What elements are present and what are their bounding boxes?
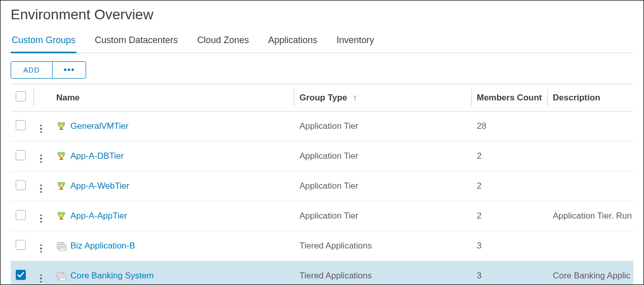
toolbar: ADD ••• [11,61,633,79]
row-actions-menu[interactable] [39,273,43,284]
row-actions-menu[interactable] [39,154,43,164]
group-name-link[interactable]: Biz Application-B [70,241,135,251]
row-checkbox[interactable] [16,240,26,250]
tab-cloud-zones[interactable]: Cloud Zones [196,32,250,53]
members-count-cell: 2 [472,201,548,231]
row-actions-menu[interactable] [39,124,43,134]
row-checkbox[interactable] [16,270,26,280]
more-actions-button[interactable]: ••• [52,62,86,78]
select-all-checkbox[interactable] [16,91,26,101]
table-row: Biz Application-BTiered Applications3 [11,231,633,261]
group-type-cell: Tiered Applications [294,231,472,261]
tabs: Custom Groups Custom Datacenters Cloud Z… [11,32,633,53]
group-type-cell: Application Tier [294,171,472,201]
description-cell [548,141,633,171]
members-count-cell: 28 [472,112,548,141]
row-actions-menu[interactable] [39,243,43,254]
members-count-cell: 3 [472,231,548,261]
application-icon [56,241,66,251]
tab-inventory[interactable]: Inventory [335,32,375,53]
description-cell [548,231,633,261]
table-row: App-A-DBTierApplication Tier2 [11,141,633,171]
table-row: Core Banking SystemTiered Applications3C… [11,261,633,286]
row-actions-menu[interactable] [39,213,43,224]
table-row: App-A-AppTierApplication Tier2Applicatio… [11,201,633,231]
row-checkbox[interactable] [16,120,26,130]
members-count-cell: 2 [472,141,548,171]
tier-icon [56,121,66,131]
group-name-link[interactable]: App-A-WebTier [70,181,129,191]
column-header-members-count[interactable]: Members Count [472,84,548,112]
group-type-cell: Tiered Applications [294,261,472,286]
group-type-cell: Application Tier [294,141,472,171]
description-cell [548,112,633,141]
application-icon [56,271,66,281]
tab-custom-datacenters[interactable]: Custom Datacenters [94,32,179,53]
table-row: GeneralVMTierApplication Tier28 [11,112,633,141]
sort-ascending-icon: ↑ [353,93,357,102]
row-checkbox[interactable] [16,210,26,220]
group-type-cell: Application Tier [294,112,472,141]
group-name-link[interactable]: Core Banking System [70,271,154,281]
members-count-cell: 2 [472,171,548,201]
group-type-cell: Application Tier [294,201,472,231]
tier-icon [56,211,66,221]
group-name-link[interactable]: App-A-AppTier [70,211,127,221]
groups-table: Name Group Type ↑ Members Count Descript… [11,84,633,285]
group-name-link[interactable]: GeneralVMTier [70,121,129,131]
description-cell [548,171,633,201]
row-actions-menu[interactable] [39,184,43,194]
group-name-link[interactable]: App-A-DBTier [70,151,124,161]
tab-custom-groups[interactable]: Custom Groups [11,32,77,53]
members-count-cell: 3 [472,261,548,286]
description-cell: Application Tier. Run [548,201,633,231]
table-row: App-A-WebTierApplication Tier2 [11,171,633,201]
row-checkbox[interactable] [16,180,26,190]
page-title: Environment Overview [11,7,633,23]
column-header-group-type[interactable]: Group Type ↑ [294,84,472,112]
tab-applications[interactable]: Applications [267,32,318,53]
tier-icon [56,151,66,161]
row-checkbox[interactable] [16,150,26,160]
column-header-name[interactable]: Name [51,84,294,112]
column-header-description[interactable]: Description [548,84,633,112]
description-cell: Core Banking Applic [548,261,633,286]
add-button[interactable]: ADD [11,62,52,78]
tier-icon [56,181,66,191]
